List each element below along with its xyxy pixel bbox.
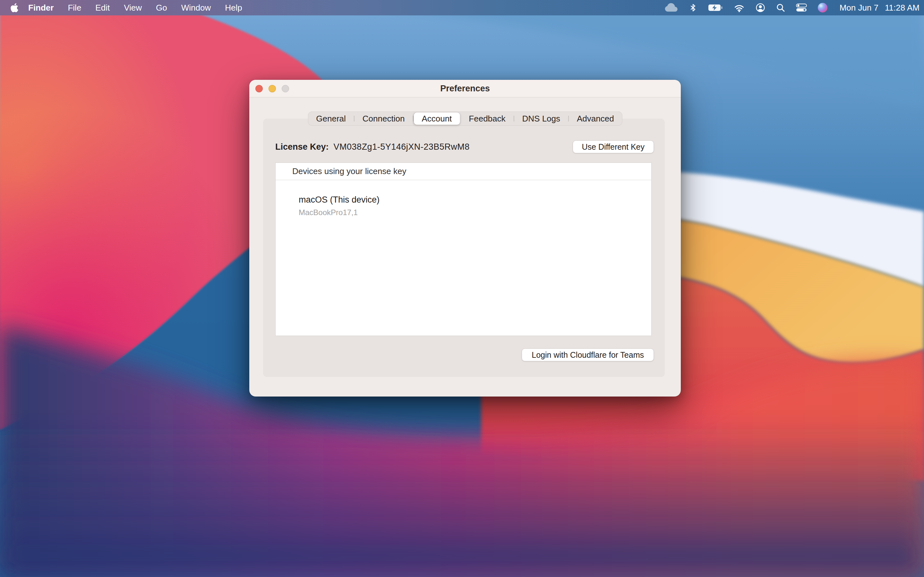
menu-edit[interactable]: Edit bbox=[88, 0, 117, 15]
tab-advanced[interactable]: Advanced bbox=[569, 112, 622, 125]
login-with-teams-button[interactable]: Login with Cloudflare for Teams bbox=[522, 348, 654, 361]
user-account-icon[interactable] bbox=[756, 3, 765, 13]
use-different-key-button[interactable]: Use Different Key bbox=[573, 140, 654, 153]
cloudflare-menu-icon[interactable] bbox=[664, 3, 678, 13]
license-key-value: VM038Zg1-5Y146jXN-23B5RwM8 bbox=[334, 142, 470, 152]
minimize-button[interactable] bbox=[268, 85, 276, 92]
cloud-icon bbox=[664, 3, 678, 13]
apple-logo-icon bbox=[10, 3, 19, 13]
control-center-icon[interactable] bbox=[796, 3, 807, 12]
window-titlebar[interactable]: Preferences bbox=[249, 80, 681, 97]
tab-separator bbox=[413, 116, 413, 121]
apple-menu-icon[interactable] bbox=[8, 3, 21, 13]
devices-list-box: Devices using your license key macOS (Th… bbox=[275, 163, 652, 336]
menu-help[interactable]: Help bbox=[218, 0, 249, 15]
preferences-window: Preferences General Connection Account F… bbox=[249, 80, 681, 396]
menu-bar-left: Finder File Edit View Go Window Help bbox=[8, 0, 249, 15]
traffic-lights bbox=[255, 85, 289, 92]
bluetooth-icon[interactable] bbox=[689, 3, 697, 13]
tab-dns-logs[interactable]: DNS Logs bbox=[514, 112, 569, 125]
menu-bar-time: 11:28 AM bbox=[885, 3, 919, 13]
device-name: macOS (This device) bbox=[299, 195, 651, 205]
device-list-item[interactable]: macOS (This device) MacBookPro17,1 bbox=[276, 180, 651, 217]
wifi-icon[interactable] bbox=[734, 3, 745, 12]
spotlight-search-icon[interactable] bbox=[776, 3, 785, 12]
window-title: Preferences bbox=[249, 80, 681, 97]
menu-bar-date: Mon Jun 7 bbox=[840, 3, 879, 13]
tab-account-selected[interactable]: Account bbox=[414, 113, 460, 125]
menu-bar: Finder File Edit View Go Window Help bbox=[0, 0, 924, 15]
login-row: Login with Cloudflare for Teams bbox=[522, 348, 654, 361]
license-key-row: License Key: VM038Zg1-5Y146jXN-23B5RwM8 … bbox=[275, 140, 654, 153]
status-icons: Mon Jun 7 11:28 AM bbox=[664, 3, 919, 13]
license-key-label: License Key: bbox=[275, 142, 329, 152]
tab-connection[interactable]: Connection bbox=[355, 112, 413, 125]
menu-file[interactable]: File bbox=[61, 0, 88, 15]
battery-icon[interactable] bbox=[708, 4, 723, 11]
menu-window[interactable]: Window bbox=[174, 0, 218, 15]
menu-bar-clock[interactable]: Mon Jun 7 11:28 AM bbox=[838, 3, 919, 13]
tab-general[interactable]: General bbox=[308, 112, 354, 125]
preferences-tab-bar: General Connection Account Feedback DNS … bbox=[308, 111, 622, 126]
menu-active-app[interactable]: Finder bbox=[21, 0, 61, 15]
siri-icon[interactable] bbox=[818, 3, 827, 13]
menu-go[interactable]: Go bbox=[149, 0, 174, 15]
menu-view[interactable]: View bbox=[117, 0, 149, 15]
devices-list-header: Devices using your license key bbox=[276, 163, 651, 180]
zoom-button-disabled bbox=[282, 85, 289, 92]
tab-feedback[interactable]: Feedback bbox=[461, 112, 513, 125]
close-button[interactable] bbox=[255, 85, 263, 92]
device-model: MacBookPro17,1 bbox=[299, 208, 651, 217]
